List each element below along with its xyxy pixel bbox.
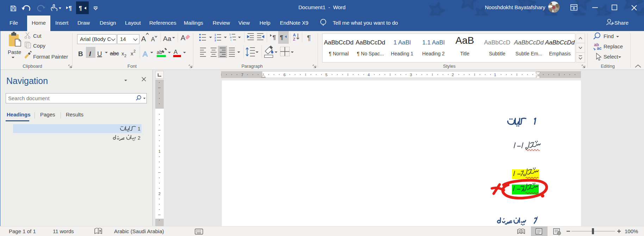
svg-text:¶: ¶ [307,34,311,42]
svg-text:U: U [97,50,102,58]
svg-text:2: 2 [138,135,140,141]
svg-text:¶: ¶ [280,34,283,41]
svg-text:B: B [78,50,83,58]
svg-text:Z: Z [293,37,295,41]
svg-text:A: A [181,34,186,42]
svg-text:x: x [121,50,124,56]
svg-text:A: A [141,35,146,43]
svg-text:ac: ac [597,46,602,51]
svg-text:A: A [143,50,148,58]
svg-text:ab: ab [157,49,162,55]
svg-text:i: i [231,38,231,42]
svg-text:Aa: Aa [163,35,171,42]
svg-text:¶: ¶ [273,34,276,41]
svg-text:A: A [293,33,296,37]
svg-text:A: A [151,36,155,42]
svg-text:3: 3 [214,39,216,42]
svg-text:2: 2 [124,54,126,58]
svg-text:2: 2 [133,49,136,53]
svg-text:1: 1 [138,126,140,132]
svg-text:I: I [89,50,91,58]
svg-text:A: A [174,49,178,55]
svg-text:x: x [131,50,133,56]
svg-text:abc: abc [110,50,119,56]
